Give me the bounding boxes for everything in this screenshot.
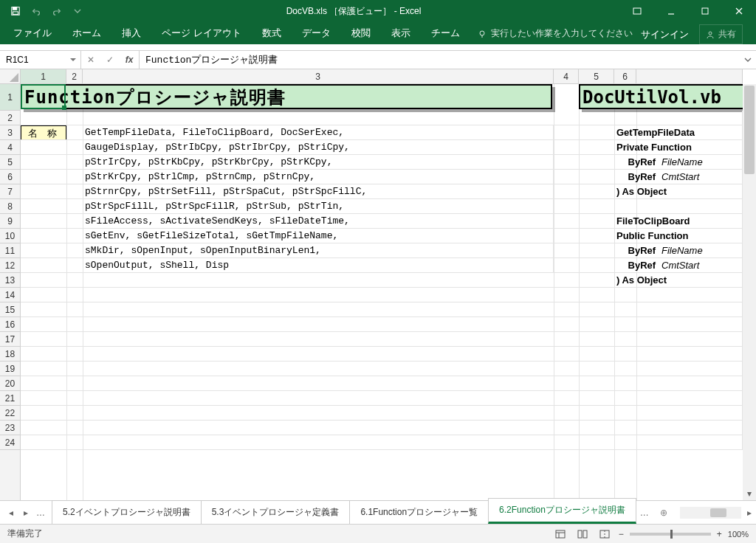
ribbon-tab-home[interactable]: ホーム xyxy=(62,22,111,44)
name-box[interactable]: R1C1 xyxy=(0,51,81,69)
grid-row[interactable] xyxy=(21,302,743,317)
sheet-nav-next-button[interactable]: ▸ xyxy=(19,508,32,518)
add-sheet-button[interactable]: ⊕ xyxy=(653,508,674,518)
scroll-thumb-vertical[interactable] xyxy=(744,86,755,174)
sheet-nav-prev-button[interactable]: ◂ xyxy=(4,508,18,518)
row-header[interactable]: 5 xyxy=(0,155,20,170)
code-line[interactable]: sFileAccess, sActivateSendKeys, sFileDat… xyxy=(83,214,554,229)
column-header[interactable]: 4 xyxy=(554,69,579,83)
column-header[interactable]: 5 xyxy=(579,69,614,83)
code-line[interactable]: sGetEnv, sGetFileSizeTotal, sGetTmpFileN… xyxy=(83,229,554,243)
qat-save-button[interactable] xyxy=(6,1,25,21)
column-header[interactable]: 6 xyxy=(614,69,636,83)
signature-line[interactable]: Private Function xyxy=(614,140,756,155)
column-header[interactable]: 2 xyxy=(66,69,83,83)
zoom-in-button[interactable]: + xyxy=(717,529,722,539)
grid-row[interactable] xyxy=(21,317,743,332)
scroll-thumb-horizontal[interactable] xyxy=(710,508,726,517)
signature-line[interactable]: ByRef FileName xyxy=(614,155,756,170)
sheet-title-filename[interactable]: DocUtilVol.vb xyxy=(579,84,749,109)
select-all-corner[interactable] xyxy=(0,69,21,84)
row-header[interactable]: 24 xyxy=(0,435,20,450)
qat-redo-button[interactable] xyxy=(47,1,66,21)
signature-line[interactable]: Public Function xyxy=(614,229,756,243)
sheet-tab[interactable]: 6.2Functionプロシージャ説明書 xyxy=(488,498,636,524)
sheet-nav-more-button[interactable]: … xyxy=(34,508,47,518)
grid-row[interactable] xyxy=(21,347,743,362)
row-header[interactable]: 15 xyxy=(0,302,20,317)
horizontal-scrollbar[interactable] xyxy=(680,507,741,519)
row-header[interactable]: 10 xyxy=(0,229,20,243)
ribbon-tab-team[interactable]: チーム xyxy=(421,22,470,44)
row-header[interactable]: 19 xyxy=(0,362,20,376)
zoom-slider[interactable] xyxy=(630,533,711,536)
grid-row[interactable] xyxy=(21,288,743,302)
code-line[interactable]: pStrnrCpy, pStrSetFill, pStrSpaCut, pStr… xyxy=(83,184,554,199)
zoom-out-button[interactable]: − xyxy=(619,529,624,539)
row-header[interactable]: 22 xyxy=(0,406,20,421)
signature-line[interactable]: ) As Object xyxy=(614,273,756,288)
row-header[interactable]: 23 xyxy=(0,421,20,435)
row-header[interactable]: 7 xyxy=(0,184,20,199)
signature-line[interactable]: FileToClipBoard xyxy=(614,214,756,229)
code-line[interactable]: pStrSpcFillL, pStrSpcFillR, pStrSub, pSt… xyxy=(83,199,554,214)
grid-row[interactable] xyxy=(21,111,743,125)
row-header[interactable]: 21 xyxy=(0,391,20,406)
signature-line[interactable]: ByRef CmtStart xyxy=(614,258,756,273)
sheet-nav-overflow-button[interactable]: … xyxy=(640,508,649,518)
ribbon-tab-file[interactable]: ファイル xyxy=(3,22,62,44)
row-header[interactable]: 8 xyxy=(0,199,20,214)
grid-row[interactable] xyxy=(21,362,743,376)
scroll-right-button[interactable]: ▸ xyxy=(743,508,756,518)
row-header[interactable]: 17 xyxy=(0,332,20,347)
close-button[interactable] xyxy=(722,0,756,22)
qat-undo-button[interactable] xyxy=(27,1,46,21)
row-header[interactable]: 14 xyxy=(0,288,20,302)
column-header[interactable]: 1 xyxy=(21,69,66,83)
signature-line[interactable]: ByRef FileName xyxy=(614,243,756,258)
ribbon-tab-insert[interactable]: 挿入 xyxy=(111,22,151,44)
scroll-down-button[interactable]: ▾ xyxy=(743,487,756,500)
sheet-tab[interactable]: 5.3イベントプロシージャ定義書 xyxy=(201,500,351,524)
sheet-title-main[interactable]: Functionプロシージャ説明書 xyxy=(21,84,552,109)
row-header[interactable]: 18 xyxy=(0,347,20,362)
grid-row[interactable] xyxy=(21,406,743,421)
maximize-button[interactable] xyxy=(688,0,722,22)
code-line[interactable]: sOpenOutput, sShell, Disp xyxy=(83,258,554,273)
ribbon-display-options-button[interactable] xyxy=(620,0,654,22)
cancel-formula-button[interactable]: ✕ xyxy=(81,55,100,65)
row-header[interactable]: 20 xyxy=(0,376,20,391)
expand-formula-bar-button[interactable] xyxy=(740,51,756,69)
grid-row[interactable] xyxy=(21,376,743,391)
formula-bar-input[interactable]: Functionプロシージャ説明書 xyxy=(140,51,740,69)
fx-button[interactable]: fx xyxy=(120,55,139,65)
signature-line[interactable]: ) As Object xyxy=(614,184,756,199)
ribbon-tab-formulas[interactable]: 数式 xyxy=(252,22,292,44)
qat-customize-button[interactable] xyxy=(68,1,87,21)
signature-line[interactable]: GetTempFileData xyxy=(614,125,756,140)
enter-formula-button[interactable]: ✓ xyxy=(100,55,120,65)
row-header[interactable]: 16 xyxy=(0,317,20,332)
row-header[interactable]: 3 xyxy=(0,125,20,140)
code-line[interactable]: GaugeDisplay, pStrIbCpy, pStrIbrCpy, pSt… xyxy=(83,140,554,155)
signature-line[interactable] xyxy=(614,199,756,214)
zoom-level[interactable]: 100% xyxy=(728,530,749,539)
view-page-break-button[interactable] xyxy=(597,528,613,541)
row-header[interactable]: 11 xyxy=(0,243,20,258)
signature-line[interactable]: ByRef CmtStart xyxy=(614,170,756,184)
column-header[interactable]: 3 xyxy=(83,69,554,83)
row-header[interactable]: 13 xyxy=(0,273,20,288)
signin-link[interactable]: サインイン xyxy=(641,28,689,41)
row-header[interactable]: 2 xyxy=(0,111,20,125)
view-page-layout-button[interactable] xyxy=(574,528,591,541)
code-line[interactable]: pStrKrCpy, pStrlCmp, pStrnCmp, pStrnCpy, xyxy=(83,170,554,184)
share-button[interactable]: 共有 xyxy=(699,24,743,44)
ribbon-tab-review[interactable]: 校閲 xyxy=(341,22,381,44)
tell-me-search[interactable]: 実行したい作業を入力してください xyxy=(470,23,640,44)
code-line[interactable]: pStrIrCpy, pStrKbCpy, pStrKbrCpy, pStrKC… xyxy=(83,155,554,170)
code-line[interactable]: sMkDir, sOpenInput, sOpenInputBinaryLen1… xyxy=(83,243,554,258)
grid-row[interactable] xyxy=(21,421,743,435)
view-normal-button[interactable] xyxy=(552,528,568,541)
row-header[interactable]: 1 xyxy=(0,84,20,111)
row-header[interactable]: 6 xyxy=(0,170,20,184)
